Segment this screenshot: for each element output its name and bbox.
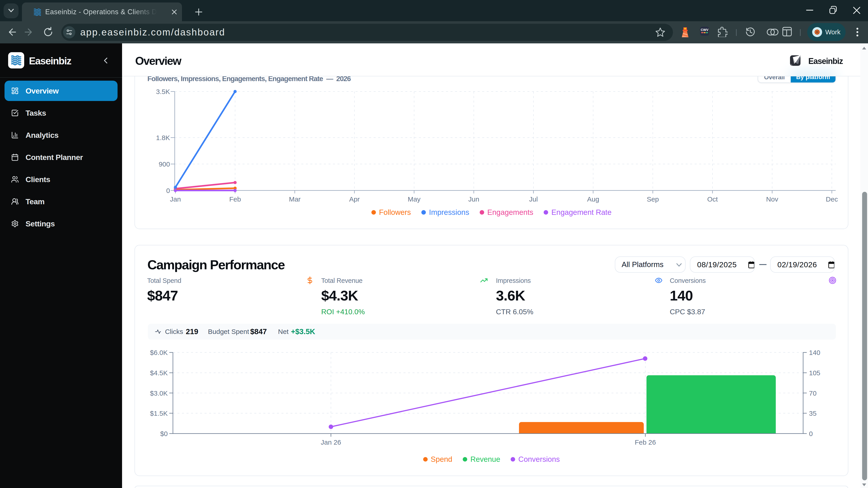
- svg-text:Feb 26: Feb 26: [635, 438, 656, 446]
- svg-text:Jan: Jan: [170, 195, 181, 203]
- svg-text:$1.5K: $1.5K: [150, 410, 168, 417]
- svg-text:$4.5K: $4.5K: [150, 369, 168, 377]
- svg-text:0: 0: [166, 187, 170, 194]
- svg-text:70: 70: [809, 390, 816, 397]
- svg-text:1.8K: 1.8K: [156, 134, 170, 141]
- svg-text:35: 35: [809, 410, 816, 417]
- svg-text:CWV: CWV: [701, 28, 708, 32]
- svg-text:Jan 26: Jan 26: [321, 438, 341, 446]
- svg-text:900: 900: [159, 160, 170, 168]
- svg-text:Dec: Dec: [826, 195, 838, 203]
- svg-text:3.5K: 3.5K: [156, 88, 170, 95]
- svg-text:Oct: Oct: [707, 195, 718, 203]
- svg-text:Apr: Apr: [349, 195, 360, 203]
- svg-text:105: 105: [809, 369, 820, 377]
- svg-text:0: 0: [809, 430, 813, 437]
- svg-text:May: May: [408, 195, 421, 203]
- svg-text:Nov: Nov: [766, 195, 778, 203]
- svg-text:Feb: Feb: [229, 195, 241, 203]
- svg-text:Sep: Sep: [647, 195, 659, 203]
- svg-text:Jul: Jul: [529, 195, 538, 203]
- svg-text:Aug: Aug: [587, 195, 599, 203]
- svg-text:140: 140: [809, 349, 820, 356]
- svg-text:Jun: Jun: [468, 195, 479, 203]
- svg-text:Mar: Mar: [289, 195, 301, 203]
- svg-text:$0: $0: [160, 430, 168, 437]
- svg-text:$6.0K: $6.0K: [150, 349, 168, 356]
- svg-text:$3.0K: $3.0K: [150, 390, 168, 397]
